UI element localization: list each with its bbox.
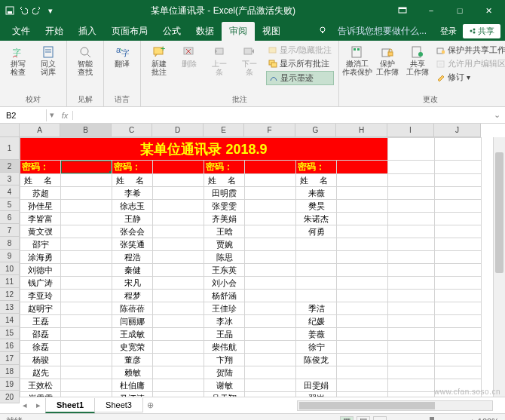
cell[interactable] bbox=[153, 277, 204, 290]
cell[interactable] bbox=[245, 290, 296, 302]
prevcomment-button[interactable]: 上一条 bbox=[206, 44, 233, 78]
cell[interactable]: 王磊 bbox=[20, 315, 61, 328]
tab-data[interactable]: 数据 bbox=[188, 22, 222, 41]
row-header-19[interactable]: 19 bbox=[0, 378, 20, 391]
ribbon-opts-icon[interactable] bbox=[390, 3, 415, 18]
row-header-7[interactable]: 7 bbox=[0, 224, 20, 237]
cell[interactable]: 陈思 bbox=[204, 251, 245, 264]
cell[interactable]: 密码： bbox=[112, 161, 153, 174]
col-header-I[interactable]: I bbox=[387, 124, 434, 137]
cell[interactable] bbox=[61, 264, 112, 277]
undo-icon[interactable] bbox=[18, 5, 29, 16]
cell[interactable] bbox=[388, 138, 435, 161]
tab-file[interactable]: 文件 bbox=[5, 22, 38, 41]
cell[interactable] bbox=[61, 341, 112, 354]
cell[interactable] bbox=[435, 290, 482, 302]
row-header-8[interactable]: 8 bbox=[0, 237, 20, 250]
cell[interactable] bbox=[388, 354, 435, 366]
cell[interactable] bbox=[388, 200, 435, 213]
cell[interactable] bbox=[337, 302, 388, 315]
tab-home[interactable]: 开始 bbox=[38, 22, 71, 41]
cell[interactable] bbox=[245, 200, 296, 213]
qat-more-icon[interactable]: ▾ bbox=[45, 5, 56, 16]
share-button[interactable]: 共享 bbox=[463, 24, 500, 38]
cell[interactable]: 姓 名 bbox=[20, 174, 61, 187]
cell[interactable] bbox=[153, 354, 204, 366]
row-header-13[interactable]: 13 bbox=[0, 301, 20, 314]
cell[interactable] bbox=[296, 290, 337, 302]
cell[interactable]: 涂海勇 bbox=[20, 251, 61, 264]
cell[interactable] bbox=[245, 161, 296, 174]
cell[interactable]: 贺陆 bbox=[204, 366, 245, 379]
cell[interactable] bbox=[61, 200, 112, 213]
cell[interactable]: 李希 bbox=[112, 187, 153, 200]
cell[interactable] bbox=[61, 277, 112, 290]
cell[interactable] bbox=[153, 328, 204, 341]
col-header-E[interactable]: E bbox=[204, 124, 244, 137]
cell[interactable]: 朱诺杰 bbox=[296, 213, 337, 225]
cell[interactable] bbox=[153, 251, 204, 264]
cell[interactable] bbox=[337, 277, 388, 290]
vertical-scrollbar[interactable] bbox=[493, 137, 505, 397]
cell[interactable] bbox=[245, 238, 296, 251]
cell[interactable]: 王晗 bbox=[204, 225, 245, 238]
formula-input[interactable] bbox=[73, 114, 489, 117]
cell[interactable]: 王东英 bbox=[204, 264, 245, 277]
cell[interactable] bbox=[435, 264, 482, 277]
cell[interactable] bbox=[61, 354, 112, 366]
unprotect-button[interactable]: 撤消工 作表保护 bbox=[344, 44, 371, 78]
cell[interactable] bbox=[245, 187, 296, 200]
cell[interactable]: 董彦 bbox=[112, 354, 153, 366]
cell[interactable] bbox=[388, 341, 435, 354]
sheet-tab-3[interactable]: Sheet3 bbox=[94, 398, 143, 412]
row-header-1[interactable]: 1 bbox=[0, 137, 20, 160]
redo-icon[interactable] bbox=[32, 5, 42, 16]
showhide-button[interactable]: 显示/隐藏批注 bbox=[266, 44, 334, 57]
cell[interactable]: 钱广涛 bbox=[20, 277, 61, 290]
cell[interactable] bbox=[61, 366, 112, 379]
cell[interactable] bbox=[435, 277, 482, 290]
cell[interactable] bbox=[337, 174, 388, 187]
view-pagebreak-button[interactable]: ▭ bbox=[373, 416, 387, 421]
cell[interactable] bbox=[337, 161, 388, 174]
col-header-J[interactable]: J bbox=[434, 124, 481, 137]
cell[interactable] bbox=[245, 302, 296, 315]
cell[interactable] bbox=[245, 225, 296, 238]
cell[interactable] bbox=[337, 379, 388, 392]
smartlookup-button[interactable]: 智能 查找 bbox=[72, 44, 99, 78]
cell[interactable]: 姓 名 bbox=[204, 174, 245, 187]
fx-icon[interactable]: fx bbox=[57, 111, 72, 120]
cell[interactable]: 樊昊 bbox=[296, 200, 337, 213]
cell[interactable] bbox=[337, 328, 388, 341]
cell[interactable]: 季洁 bbox=[296, 302, 337, 315]
active-cell[interactable] bbox=[61, 161, 112, 174]
vscroll-thumb[interactable] bbox=[495, 152, 503, 273]
cell[interactable]: 来薇 bbox=[296, 187, 337, 200]
cell[interactable]: 陈俊龙 bbox=[296, 354, 337, 366]
selectall-corner[interactable] bbox=[0, 124, 20, 137]
cell[interactable]: 闫丽娜 bbox=[112, 315, 153, 328]
tab-insert[interactable]: 插入 bbox=[71, 22, 104, 41]
cell[interactable] bbox=[337, 200, 388, 213]
row-header-2[interactable]: 2 bbox=[0, 160, 20, 173]
cell[interactable]: 李皆富 bbox=[20, 213, 61, 225]
cell[interactable] bbox=[153, 238, 204, 251]
cell[interactable] bbox=[61, 174, 112, 187]
cell[interactable] bbox=[245, 315, 296, 328]
cell[interactable]: 王静 bbox=[112, 213, 153, 225]
cell[interactable]: 刘德中 bbox=[20, 264, 61, 277]
cell[interactable] bbox=[245, 379, 296, 392]
cell[interactable] bbox=[337, 354, 388, 366]
cell[interactable]: 邵宇 bbox=[20, 238, 61, 251]
cell[interactable] bbox=[61, 379, 112, 392]
zoom-out-button[interactable]: − bbox=[390, 417, 394, 421]
cell[interactable]: 杨骏 bbox=[20, 354, 61, 366]
cell[interactable] bbox=[388, 290, 435, 302]
cell[interactable] bbox=[61, 225, 112, 238]
cell[interactable]: 齐美娟 bbox=[204, 213, 245, 225]
cell[interactable] bbox=[337, 213, 388, 225]
cell[interactable]: 柴伟航 bbox=[204, 341, 245, 354]
cell[interactable] bbox=[435, 138, 482, 161]
cell[interactable] bbox=[153, 264, 204, 277]
cell[interactable] bbox=[435, 213, 482, 225]
